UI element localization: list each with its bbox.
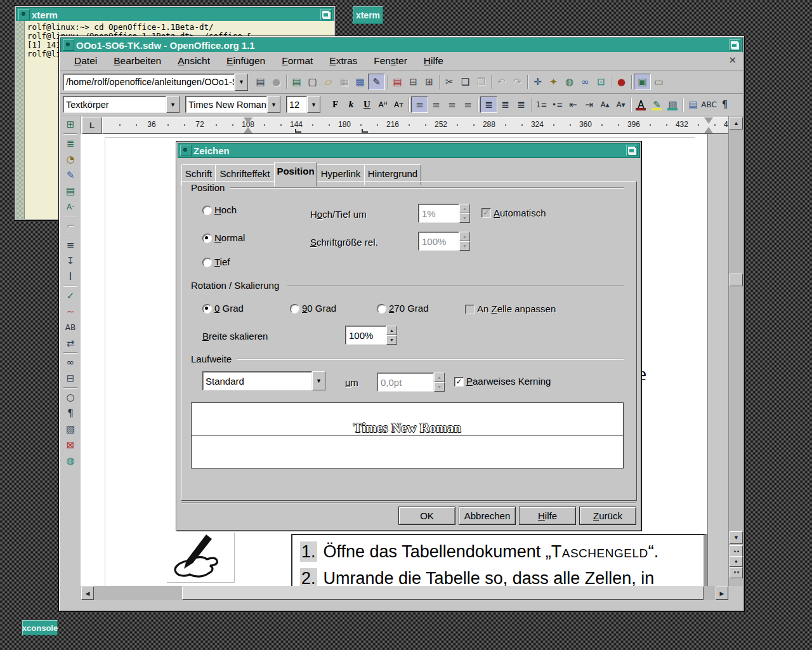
navigation-icon[interactable]: ● xyxy=(730,556,743,567)
insert-graphics-icon[interactable]: ▣ xyxy=(634,74,651,90)
draw-functions-icon[interactable]: ✎ xyxy=(63,167,79,183)
highlighting-icon[interactable]: ✎ xyxy=(649,97,665,112)
font-size-combobox[interactable]: 12 ▼ xyxy=(286,96,320,113)
cut-icon[interactable]: ✂ xyxy=(442,74,457,90)
navigator-icon[interactable]: ✛ xyxy=(530,74,546,90)
right-indent-marker[interactable] xyxy=(704,117,713,124)
spin-down-icon[interactable]: ▼ xyxy=(386,335,397,345)
align-left-icon[interactable]: ≡ xyxy=(411,96,428,113)
line-spacing-1-icon[interactable]: ≣ xyxy=(480,96,497,113)
menu-datei[interactable]: Datei xyxy=(68,53,103,69)
chevron-down-icon[interactable]: ▼ xyxy=(166,96,180,113)
cancel-button[interactable]: Abbrechen xyxy=(459,507,516,525)
previous-page-icon[interactable]: ▲▲ xyxy=(730,545,743,557)
radio-normal[interactable] xyxy=(202,234,212,243)
increase-indent-icon[interactable]: ⇥ xyxy=(581,97,597,112)
insert-object-icon[interactable]: ◔ xyxy=(63,151,79,167)
font-name-value[interactable]: Times New Roman xyxy=(185,96,267,113)
scroll-left-icon[interactable]: ◀ xyxy=(81,587,94,600)
close-document-icon[interactable]: ✕ xyxy=(728,55,737,66)
form-functions-icon[interactable]: ▤ xyxy=(63,183,79,199)
maximize-icon[interactable] xyxy=(626,145,638,156)
insert-table-icon[interactable]: ⊞ xyxy=(63,116,79,132)
app-titlebar[interactable]: OOo1-SO6-TK.sdw - OpenOffice.org 1.1 xyxy=(60,37,743,53)
text-document-icon[interactable]: ▤ xyxy=(685,97,701,112)
url-combobox[interactable]: /home/rolf/openoffice/anleitungen/OOo1-S… xyxy=(63,74,248,91)
load-url-icon[interactable]: ▤ xyxy=(252,74,268,90)
hyperlink-bar-icon[interactable]: ◍ xyxy=(63,453,79,468)
page-preview-icon[interactable]: ⊞ xyxy=(421,74,437,90)
auto-spellcheck-icon[interactable]: ∼ xyxy=(63,303,79,319)
next-page-icon[interactable]: ▼▼ xyxy=(730,567,743,578)
maximize-icon[interactable] xyxy=(320,9,332,20)
align-center-icon[interactable]: ≡ xyxy=(428,97,444,112)
autotext-icon[interactable]: ABC xyxy=(701,97,717,112)
font-size-down-icon[interactable]: A▾ xyxy=(613,97,629,112)
zoom-icon[interactable]: ○ xyxy=(63,389,79,405)
search-on-off-icon[interactable]: ∞ xyxy=(63,354,79,370)
gallery-icon[interactable]: ⊡ xyxy=(593,74,609,90)
line-spacing-2-icon[interactable]: ≣ xyxy=(513,97,529,112)
font-size-value[interactable]: 12 xyxy=(286,96,307,113)
scroll-down-icon[interactable]: ▼ xyxy=(730,531,743,544)
subscript-icon[interactable]: Aᴛ xyxy=(391,97,407,112)
insert-fields-icon[interactable]: A· xyxy=(63,199,79,215)
menu-hilfe[interactable]: Hilfe xyxy=(417,53,450,69)
superscript-icon[interactable]: Aᴴ xyxy=(375,97,391,112)
help-button[interactable]: Hilfe xyxy=(519,507,576,525)
xterm-titlebar[interactable]: xterm xyxy=(16,7,334,22)
tab-stop-marker[interactable] xyxy=(295,129,301,133)
menu-fenster[interactable]: Fenster xyxy=(367,53,414,69)
menu-bearbeiten[interactable]: Bearbeiten xyxy=(107,53,167,69)
window-menu-icon[interactable] xyxy=(180,145,192,156)
menu-einfgen[interactable]: Einfügen xyxy=(220,53,272,69)
paragraph-background-icon[interactable]: ▧ xyxy=(665,97,681,112)
laufweite-value[interactable]: Standard xyxy=(202,371,312,390)
radio-tief-label[interactable]: Tief xyxy=(214,256,230,267)
insert-bookmark-icon[interactable]: ↧ xyxy=(63,253,79,269)
radio-0-grad[interactable] xyxy=(202,304,212,314)
underline-icon[interactable]: U xyxy=(359,97,375,112)
breite-skalieren-spinner[interactable]: 100% ▲▼ xyxy=(345,326,397,345)
menu-format[interactable]: Format xyxy=(275,53,319,69)
scroll-up-icon[interactable]: ▲ xyxy=(730,117,743,129)
direct-cursor-icon[interactable]: ≡ xyxy=(63,237,79,253)
numbered-list-icon[interactable]: 1≡ xyxy=(534,97,549,112)
align-right-icon[interactable]: ≡ xyxy=(444,97,460,112)
chevron-down-icon[interactable]: ▼ xyxy=(267,96,280,113)
paragraph-style-value[interactable]: Textkörper xyxy=(63,96,166,113)
vertical-scrollbar[interactable]: ▲ ▼ ▲▲ ● ▼▼ xyxy=(728,116,743,586)
spellcheck-icon[interactable]: ✓ xyxy=(63,288,79,303)
horizontal-scroll-thumb[interactable] xyxy=(182,587,704,600)
left-indent-marker[interactable] xyxy=(244,117,252,124)
breite-skalieren-value[interactable]: 100% xyxy=(345,326,386,345)
find-replace-icon[interactable]: AB xyxy=(63,319,79,335)
radio-hoch-label[interactable]: Hoch xyxy=(214,204,237,215)
save-as-icon[interactable]: ▩ xyxy=(352,74,368,90)
right-indent-marker[interactable] xyxy=(704,127,713,133)
italic-icon[interactable]: k xyxy=(343,97,359,112)
insert-section-icon[interactable]: ≣ xyxy=(63,135,79,151)
window-menu-icon[interactable] xyxy=(18,9,30,20)
radio-0-grad-label[interactable]: 0 Grad xyxy=(214,303,244,314)
maximize-icon[interactable] xyxy=(729,39,740,51)
radio-90-grad-label[interactable]: 90 Grad xyxy=(302,303,336,314)
radio-90-grad[interactable] xyxy=(290,304,299,314)
new-document-icon[interactable]: ▢ xyxy=(304,74,320,90)
font-color-icon[interactable]: A xyxy=(633,97,649,112)
tab-stop-marker[interactable] xyxy=(362,129,368,133)
radio-270-grad[interactable] xyxy=(377,304,386,314)
record-macro-icon[interactable]: ● xyxy=(613,74,629,90)
font-size-up-icon[interactable]: A▴ xyxy=(597,97,613,112)
decrease-indent-icon[interactable]: ⇤ xyxy=(565,97,581,112)
thesaurus-icon[interactable]: ⇄ xyxy=(63,335,79,351)
online-layout-icon[interactable]: ⊠ xyxy=(63,437,79,453)
spin-up-icon[interactable]: ▲ xyxy=(386,326,397,335)
edit-file-icon[interactable]: ✎ xyxy=(368,74,385,90)
radio-270-grad-label[interactable]: 270 Grad xyxy=(389,303,429,314)
laufweite-dropdown[interactable]: Standard ▼ xyxy=(202,371,325,390)
back-button[interactable]: Zurück xyxy=(579,507,636,525)
vertical-scroll-thumb[interactable] xyxy=(730,274,743,286)
url-input[interactable]: /home/rolf/openoffice/anleitungen/OOo1-S… xyxy=(63,74,235,91)
xterm-scrollbar[interactable] xyxy=(16,21,25,219)
